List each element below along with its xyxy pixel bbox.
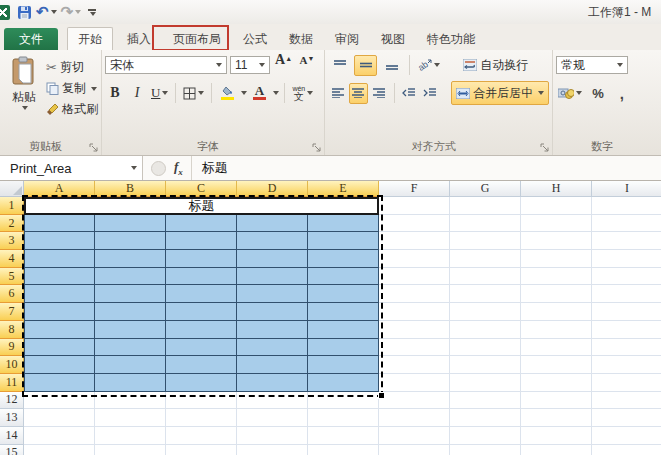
cell-C11[interactable] bbox=[166, 374, 237, 392]
cell-A7[interactable] bbox=[24, 303, 95, 321]
redo-dropdown-icon[interactable] bbox=[75, 10, 81, 14]
cell-A12[interactable] bbox=[24, 392, 95, 410]
row-header-7[interactable]: 7 bbox=[0, 303, 24, 321]
cell-A13[interactable] bbox=[24, 409, 95, 427]
cell-D3[interactable] bbox=[237, 232, 308, 250]
cell-B2[interactable] bbox=[95, 215, 166, 233]
cell-E11[interactable] bbox=[308, 374, 379, 392]
formula-input[interactable]: 标题 bbox=[192, 156, 228, 180]
save-button[interactable] bbox=[16, 3, 33, 21]
cell-H14[interactable] bbox=[521, 427, 592, 445]
cell-A9[interactable] bbox=[24, 339, 95, 357]
cell-F4[interactable] bbox=[379, 250, 450, 268]
cell-H15[interactable] bbox=[521, 445, 592, 455]
clipboard-dialog-launcher-icon[interactable] bbox=[89, 143, 99, 153]
cell-D13[interactable] bbox=[237, 409, 308, 427]
cell-D15[interactable] bbox=[237, 445, 308, 455]
borders-button[interactable] bbox=[181, 83, 206, 103]
cell-I10[interactable] bbox=[592, 356, 661, 374]
cell-B7[interactable] bbox=[95, 303, 166, 321]
font-dialog-launcher-icon[interactable] bbox=[312, 143, 322, 153]
name-box-dropdown-icon[interactable] bbox=[131, 166, 137, 170]
row-header-6[interactable]: 6 bbox=[0, 285, 24, 303]
cell-B11[interactable] bbox=[95, 374, 166, 392]
cell-H2[interactable] bbox=[521, 215, 592, 233]
accounting-format-button[interactable] bbox=[556, 83, 584, 103]
cell-I7[interactable] bbox=[592, 303, 661, 321]
cell-G2[interactable] bbox=[450, 215, 521, 233]
cell-D6[interactable] bbox=[237, 285, 308, 303]
cell-H1[interactable] bbox=[521, 197, 592, 215]
cell-C13[interactable] bbox=[166, 409, 237, 427]
cell-H3[interactable] bbox=[521, 232, 592, 250]
name-box[interactable]: Print_Area bbox=[0, 156, 143, 180]
cell-G5[interactable] bbox=[450, 268, 521, 286]
cell-B4[interactable] bbox=[95, 250, 166, 268]
column-header-I[interactable]: I bbox=[592, 181, 661, 197]
cell-G10[interactable] bbox=[450, 356, 521, 374]
column-header-E[interactable]: E bbox=[308, 181, 379, 197]
fill-color-button[interactable] bbox=[217, 83, 237, 103]
cell-A15[interactable] bbox=[24, 445, 95, 455]
row-header-3[interactable]: 3 bbox=[0, 232, 24, 250]
cut-button[interactable]: ✂ 剪切 bbox=[46, 57, 98, 78]
cell-C10[interactable] bbox=[166, 356, 237, 374]
row-header-9[interactable]: 9 bbox=[0, 339, 24, 357]
cell-G12[interactable] bbox=[450, 392, 521, 410]
column-header-H[interactable]: H bbox=[521, 181, 592, 197]
cell-B12[interactable] bbox=[95, 392, 166, 410]
cell-C3[interactable] bbox=[166, 232, 237, 250]
row-header-1[interactable]: 1 bbox=[0, 197, 24, 215]
cell-D9[interactable] bbox=[237, 339, 308, 357]
cell-H7[interactable] bbox=[521, 303, 592, 321]
cell-F13[interactable] bbox=[379, 409, 450, 427]
cell-F11[interactable] bbox=[379, 374, 450, 392]
cell-F5[interactable] bbox=[379, 268, 450, 286]
cell-F12[interactable] bbox=[379, 392, 450, 410]
cell-C8[interactable] bbox=[166, 321, 237, 339]
merged-title-cell[interactable]: 标题 bbox=[24, 197, 379, 215]
cell-C4[interactable] bbox=[166, 250, 237, 268]
cell-D2[interactable] bbox=[237, 215, 308, 233]
cell-C9[interactable] bbox=[166, 339, 237, 357]
cell-I8[interactable] bbox=[592, 321, 661, 339]
column-header-B[interactable]: B bbox=[95, 181, 166, 197]
redo-button[interactable]: ↷ bbox=[60, 3, 83, 21]
cell-F3[interactable] bbox=[379, 232, 450, 250]
cell-F2[interactable] bbox=[379, 215, 450, 233]
merge-center-dropdown-icon[interactable] bbox=[538, 91, 544, 95]
cell-E7[interactable] bbox=[308, 303, 379, 321]
cell-H10[interactable] bbox=[521, 356, 592, 374]
cell-D10[interactable] bbox=[237, 356, 308, 374]
tab-home[interactable]: 开始 bbox=[67, 27, 113, 50]
column-header-F[interactable]: F bbox=[379, 181, 450, 197]
align-top-button[interactable] bbox=[328, 55, 351, 76]
cell-H4[interactable] bbox=[521, 250, 592, 268]
cell-G8[interactable] bbox=[450, 321, 521, 339]
undo-dropdown-icon[interactable] bbox=[51, 10, 57, 14]
bold-button[interactable]: B bbox=[105, 83, 125, 103]
comma-style-button[interactable]: , bbox=[612, 83, 632, 103]
cell-A4[interactable] bbox=[24, 250, 95, 268]
cell-I6[interactable] bbox=[592, 285, 661, 303]
cell-C15[interactable] bbox=[166, 445, 237, 455]
cell-G15[interactable] bbox=[450, 445, 521, 455]
cell-C12[interactable] bbox=[166, 392, 237, 410]
row-header-14[interactable]: 14 bbox=[0, 427, 24, 445]
cell-I3[interactable] bbox=[592, 232, 661, 250]
cell-A8[interactable] bbox=[24, 321, 95, 339]
cell-C6[interactable] bbox=[166, 285, 237, 303]
cell-F15[interactable] bbox=[379, 445, 450, 455]
cell-B9[interactable] bbox=[95, 339, 166, 357]
cell-G11[interactable] bbox=[450, 374, 521, 392]
number-format-combobox[interactable]: 常规 bbox=[556, 56, 628, 74]
wrap-text-button[interactable]: 自动换行 bbox=[459, 54, 532, 76]
row-header-4[interactable]: 4 bbox=[0, 250, 24, 268]
cell-B8[interactable] bbox=[95, 321, 166, 339]
customize-qat-button[interactable] bbox=[88, 9, 96, 16]
cell-I1[interactable] bbox=[592, 197, 661, 215]
font-size-combobox[interactable]: 11 bbox=[230, 56, 270, 74]
cell-C7[interactable] bbox=[166, 303, 237, 321]
cell-B5[interactable] bbox=[95, 268, 166, 286]
cell-F8[interactable] bbox=[379, 321, 450, 339]
